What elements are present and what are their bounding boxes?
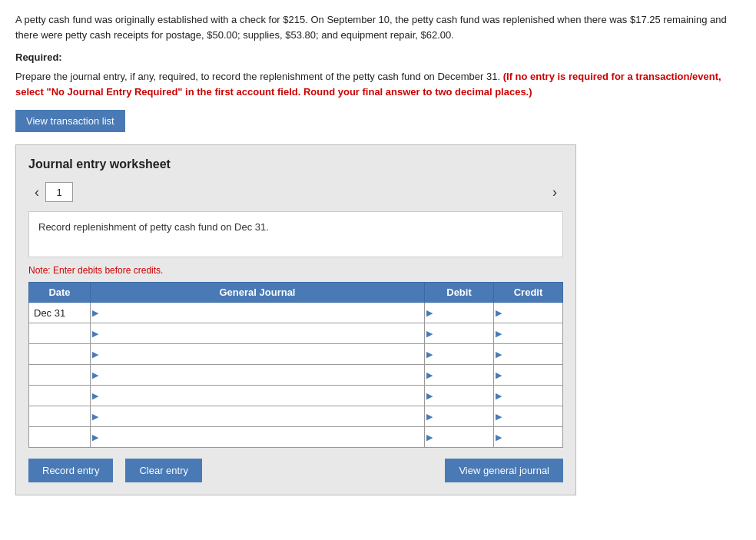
intro-paragraph: A petty cash fund was originally establi… [15,12,741,42]
debit-input-2[interactable] [434,344,493,364]
debit-arrow-icon-2: ▶ [425,350,434,359]
credit-arrow-icon-1: ▶ [494,329,503,339]
debit-cell-0[interactable]: ▶ [425,303,494,323]
note-text: Note: Enter debits before credits. [28,265,563,276]
instructions-paragraph: Prepare the journal entry, if any, requi… [15,69,741,99]
debit-input-4[interactable] [434,386,493,406]
credit-arrow-icon-6: ▶ [494,432,503,442]
debit-arrow-icon-5: ▶ [425,412,434,422]
debit-arrow-icon-6: ▶ [425,432,434,442]
clear-entry-button[interactable]: Clear entry [125,459,202,482]
journal-cell-1[interactable]: ▶ [91,323,425,344]
table-row: ▶▶▶ [29,386,563,406]
debit-cell-6[interactable]: ▶ [425,427,494,448]
credit-cell-1[interactable]: ▶ [494,323,563,344]
journal-arrow-icon-3: ▶ [91,370,100,380]
journal-input-4[interactable] [100,386,424,406]
debit-input-6[interactable] [434,427,493,447]
date-cell-4 [29,386,91,406]
journal-input-6[interactable] [100,427,424,447]
credit-arrow-icon-2: ▶ [494,350,503,359]
journal-input-3[interactable] [100,365,424,385]
bottom-buttons: Record entry Clear entry View general jo… [28,459,563,482]
debit-arrow-icon-0: ▶ [425,308,434,318]
worksheet-title: Journal entry worksheet [28,157,563,171]
col-header-date: Date [29,283,91,303]
table-row: ▶▶▶ [29,365,563,386]
debit-arrow-icon-3: ▶ [425,370,434,380]
journal-cell-3[interactable]: ▶ [91,365,425,386]
debit-cell-1[interactable]: ▶ [425,323,494,344]
debit-arrow-icon-4: ▶ [425,391,434,401]
table-row: ▶▶▶ [29,427,563,448]
credit-cell-4[interactable]: ▶ [494,386,563,406]
credit-cell-5[interactable]: ▶ [494,406,563,427]
journal-arrow-icon-0: ▶ [91,308,100,318]
description-box: Record replenishment of petty cash fund … [28,211,563,257]
credit-arrow-icon-3: ▶ [494,370,503,380]
journal-input-5[interactable] [100,406,424,426]
date-cell-0: Dec 31 [29,303,91,323]
table-row: ▶▶▶ [29,344,563,365]
credit-arrow-icon-4: ▶ [494,391,503,401]
date-cell-6 [29,427,91,448]
required-label: Required: [15,51,741,63]
journal-arrow-icon-4: ▶ [91,391,100,401]
debit-input-3[interactable] [434,365,493,385]
view-transaction-button[interactable]: View transaction list [15,110,125,132]
date-cell-5 [29,406,91,427]
credit-cell-0[interactable]: ▶ [494,303,563,323]
credit-cell-6[interactable]: ▶ [494,427,563,448]
journal-input-1[interactable] [100,323,424,343]
journal-cell-2[interactable]: ▶ [91,344,425,365]
credit-cell-3[interactable]: ▶ [494,365,563,386]
credit-arrow-icon-0: ▶ [494,308,503,318]
col-header-general-journal: General Journal [91,283,425,303]
debit-cell-4[interactable]: ▶ [425,386,494,406]
table-row: ▶▶▶ [29,323,563,344]
col-header-credit: Credit [494,283,563,303]
instructions-before-red: Prepare the journal entry, if any, requi… [15,71,500,82]
record-entry-button[interactable]: Record entry [28,459,113,482]
journal-table: Date General Journal Debit Credit Dec 31… [28,282,563,448]
journal-cell-5[interactable]: ▶ [91,406,425,427]
page-number: 1 [45,182,73,202]
nav-row: ‹ 1 › [28,182,563,202]
debit-cell-2[interactable]: ▶ [425,344,494,365]
debit-cell-3[interactable]: ▶ [425,365,494,386]
credit-input-3[interactable] [503,365,562,385]
date-cell-1 [29,323,91,344]
debit-input-5[interactable] [434,406,493,426]
journal-cell-4[interactable]: ▶ [91,386,425,406]
journal-arrow-icon-1: ▶ [91,329,100,339]
credit-cell-2[interactable]: ▶ [494,344,563,365]
prev-page-button[interactable]: ‹ [28,183,45,202]
view-general-journal-button[interactable]: View general journal [445,459,563,482]
journal-arrow-icon-6: ▶ [91,432,100,442]
journal-cell-6[interactable]: ▶ [91,427,425,448]
journal-cell-0[interactable]: ▶ [91,303,425,323]
debit-arrow-icon-1: ▶ [425,329,434,339]
credit-input-6[interactable] [503,427,562,447]
credit-arrow-icon-5: ▶ [494,412,503,422]
date-cell-2 [29,344,91,365]
credit-input-2[interactable] [503,344,562,364]
debit-input-1[interactable] [434,323,493,343]
credit-input-4[interactable] [503,386,562,406]
journal-input-2[interactable] [100,344,424,364]
debit-input-0[interactable] [434,303,493,323]
credit-input-1[interactable] [503,323,562,343]
next-page-button[interactable]: › [546,183,563,202]
table-row: ▶▶▶ [29,406,563,427]
table-row: Dec 31▶▶▶ [29,303,563,323]
debit-cell-5[interactable]: ▶ [425,406,494,427]
journal-arrow-icon-5: ▶ [91,412,100,422]
journal-arrow-icon-2: ▶ [91,350,100,359]
date-cell-3 [29,365,91,386]
col-header-debit: Debit [425,283,494,303]
journal-input-0[interactable] [100,303,424,323]
credit-input-5[interactable] [503,406,562,426]
credit-input-0[interactable] [503,303,562,323]
worksheet-container: Journal entry worksheet ‹ 1 › Record rep… [15,144,576,495]
